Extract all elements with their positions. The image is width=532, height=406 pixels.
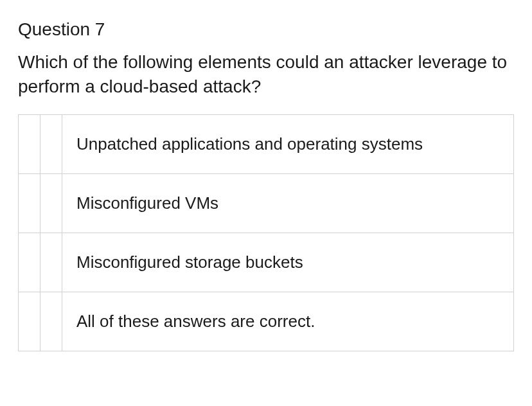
- option-selector-cell[interactable]: [40, 233, 62, 292]
- option-marker-cell: [19, 233, 40, 292]
- option-row[interactable]: Unpatched applications and operating sys…: [19, 114, 514, 173]
- option-text: Unpatched applications and operating sys…: [62, 114, 514, 173]
- option-row[interactable]: Misconfigured VMs: [19, 173, 514, 233]
- option-text: Misconfigured VMs: [62, 173, 514, 233]
- option-selector-cell[interactable]: [40, 292, 62, 351]
- option-row[interactable]: Misconfigured storage buckets: [19, 233, 514, 292]
- option-row[interactable]: All of these answers are correct.: [19, 292, 514, 351]
- option-text: All of these answers are correct.: [62, 292, 514, 351]
- option-text: Misconfigured storage buckets: [62, 233, 514, 292]
- question-number: Question 7: [18, 19, 514, 40]
- option-selector-cell[interactable]: [40, 114, 62, 173]
- options-table: Unpatched applications and operating sys…: [18, 114, 514, 351]
- option-selector-cell[interactable]: [40, 173, 62, 233]
- option-marker-cell: [19, 292, 40, 351]
- option-marker-cell: [19, 114, 40, 173]
- option-marker-cell: [19, 173, 40, 233]
- question-text: Which of the following elements could an…: [18, 50, 514, 99]
